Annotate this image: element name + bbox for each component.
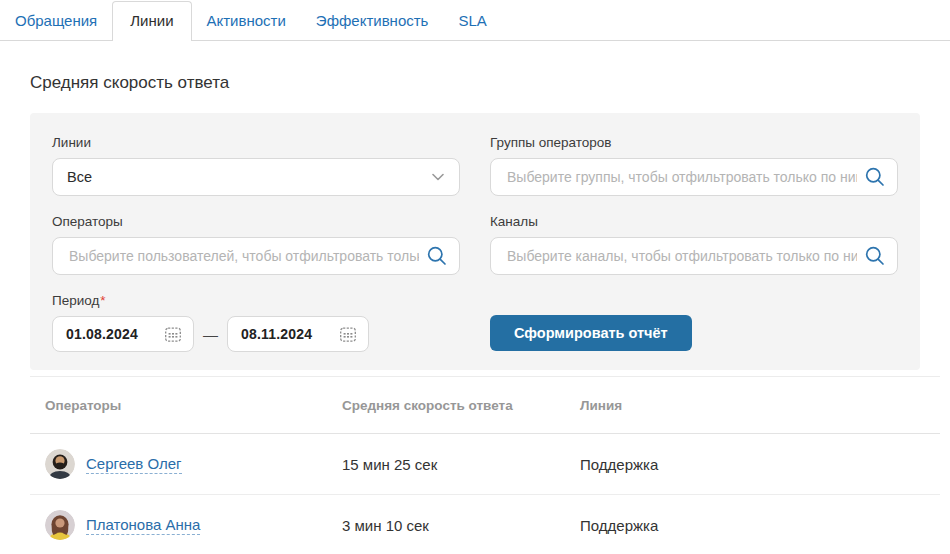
column-header-operators: Операторы (30, 398, 327, 413)
search-icon (426, 245, 448, 267)
date-to-value: 08.11.2024 (241, 326, 312, 342)
submit-wrap: Сформировать отчёт (490, 315, 898, 352)
search-icon (864, 166, 886, 188)
channels-input[interactable] (505, 247, 859, 265)
filters-panel: Линии Все Группы операторов Операторы (30, 113, 920, 370)
required-asterisk: * (100, 293, 105, 308)
operator-name-link[interactable]: Платонова Анна (86, 516, 200, 535)
date-to-input[interactable]: 08.11.2024 (227, 316, 369, 352)
channels-search[interactable] (490, 237, 898, 275)
operators-label: Операторы (52, 214, 460, 229)
field-channels: Каналы (490, 214, 898, 275)
generate-report-button[interactable]: Сформировать отчёт (490, 315, 692, 351)
channels-label: Каналы (490, 214, 898, 229)
line-cell: Поддержка (565, 517, 940, 534)
lines-select[interactable]: Все (52, 158, 460, 196)
operators-search[interactable] (52, 237, 460, 275)
avg-speed-cell: 3 мин 10 сек (327, 517, 565, 534)
avatar (45, 510, 75, 540)
calendar-icon[interactable] (339, 325, 357, 343)
field-operator-groups: Группы операторов (490, 135, 898, 196)
search-icon (864, 245, 886, 267)
lines-label: Линии (52, 135, 460, 150)
date-from-value: 01.08.2024 (66, 326, 138, 342)
date-from-input[interactable]: 01.08.2024 (52, 316, 194, 352)
tab-bar: Обращения Линии Активности Эффективность… (0, 0, 950, 41)
tab-aktivnosti[interactable]: Активности (192, 2, 301, 40)
report-table: Операторы Средняя скорость ответа Линия … (30, 376, 940, 554)
operator-groups-label: Группы операторов (490, 135, 898, 150)
operator-groups-input[interactable] (505, 168, 859, 186)
avg-speed-cell: 15 мин 25 сек (327, 456, 565, 473)
tab-sla[interactable]: SLA (443, 2, 501, 40)
field-period: Период* 01.08.2024 — 08.11.2024 (52, 293, 460, 352)
line-cell: Поддержка (565, 456, 940, 473)
field-lines: Линии Все (52, 135, 460, 196)
page-title: Средняя скорость ответа (30, 73, 920, 93)
operator-cell: Платонова Анна (30, 510, 327, 540)
column-header-line: Линия (565, 398, 940, 413)
avatar (45, 449, 75, 479)
period-label-text: Период (52, 293, 99, 308)
table-row: Сергеев Олег 15 мин 25 сек Поддержка (30, 434, 940, 495)
table-header-row: Операторы Средняя скорость ответа Линия (30, 376, 940, 434)
field-operators: Операторы (52, 214, 460, 275)
operator-cell: Сергеев Олег (30, 449, 327, 479)
lines-select-value: Все (67, 169, 92, 185)
tab-linii[interactable]: Линии (112, 1, 191, 41)
tab-effektivnost[interactable]: Эффективность (301, 2, 444, 40)
chevron-down-icon (432, 173, 444, 181)
column-header-avg-speed: Средняя скорость ответа (327, 398, 565, 413)
operator-name-link[interactable]: Сергеев Олег (86, 455, 182, 474)
operators-input[interactable] (67, 247, 421, 265)
table-row: Платонова Анна 3 мин 10 сек Поддержка (30, 495, 940, 554)
period-label: Период* (52, 293, 460, 308)
calendar-icon[interactable] (164, 325, 182, 343)
date-range-separator: — (203, 326, 218, 343)
tab-obrashcheniya[interactable]: Обращения (0, 2, 112, 40)
operator-groups-search[interactable] (490, 158, 898, 196)
